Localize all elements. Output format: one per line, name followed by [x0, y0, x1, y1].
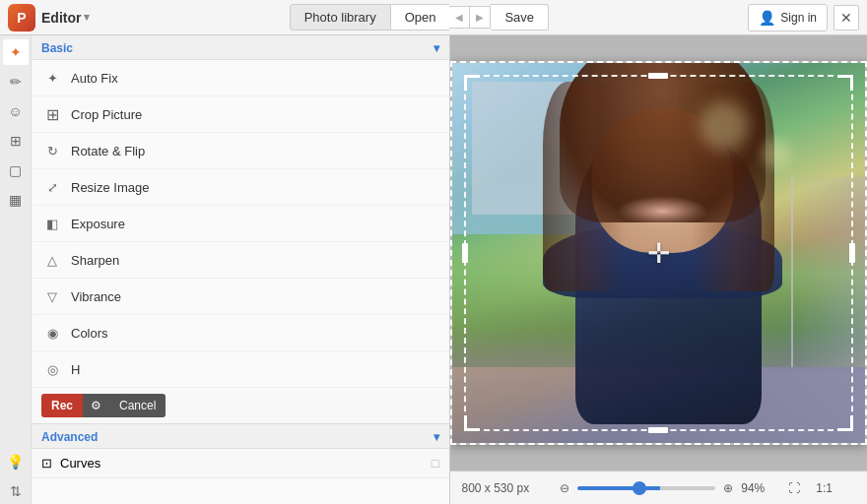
menu-item-colors[interactable]: ◉ Colors: [32, 315, 449, 351]
app-logo: P: [8, 4, 35, 32]
zoom-slider[interactable]: [577, 486, 715, 490]
menu-item-resize[interactable]: ⤢ Resize Image: [32, 169, 449, 206]
rotate-label: Rotate & Flip: [71, 144, 145, 158]
curves-badge: □: [432, 456, 439, 471]
editor-title-text: Editor: [41, 10, 81, 26]
resize-label: Resize Image: [71, 180, 149, 195]
editor-dropdown-icon[interactable]: ▾: [84, 11, 90, 24]
colors-icon: ◉: [41, 322, 63, 344]
auto-fix-label: Auto Fix: [71, 71, 118, 86]
editor-title: Editor ▾: [41, 10, 90, 26]
tool-light-icon[interactable]: 💡: [3, 449, 29, 474]
save-button[interactable]: Save: [491, 4, 549, 31]
tool-retouch-icon[interactable]: ✏: [3, 69, 29, 94]
crop-label: Crop Picture: [71, 107, 142, 122]
menu-item-rotate[interactable]: ↻ Rotate & Flip: [32, 133, 449, 169]
tool-face-icon[interactable]: ☺: [3, 98, 29, 124]
photo-library-button[interactable]: Photo library: [290, 4, 391, 31]
menu-item-hsl[interactable]: ◎ H: [32, 351, 449, 388]
tool-basic-icon[interactable]: ✦: [3, 39, 29, 65]
nav-next-icon[interactable]: ▶: [470, 6, 491, 29]
main-layout: ✦ ✏ ☺ ⊞ ▢ ▦ 💡 ⇅ Basic ▾ ✦ Auto Fix ⊞ Cro…: [0, 35, 867, 504]
fit-button[interactable]: ⛶: [784, 479, 804, 497]
hsl-icon: ◎: [41, 358, 63, 380]
nav-prev-icon[interactable]: ◀: [449, 6, 470, 29]
sidebar-icon-strip: ✦ ✏ ☺ ⊞ ▢ ▦ 💡 ⇅: [0, 35, 32, 504]
crop-icon: ⊞: [41, 103, 63, 125]
canvas-container[interactable]: ✛: [450, 35, 868, 471]
header-right: 👤 Sign in ✕: [748, 4, 859, 32]
advanced-section-label: Advanced: [41, 430, 98, 444]
canvas-area: ✛ 800 x 530 px ⊖ ⊕ 94% ⛶ 1:1: [450, 35, 868, 504]
hsl-label: H: [71, 362, 80, 377]
rec-button[interactable]: Rec: [41, 394, 83, 417]
vibrance-label: Vibrance: [71, 289, 121, 304]
sidebar-menu: Basic ▾ ✦ Auto Fix ⊞ Crop Picture ↻ Rota…: [32, 35, 450, 504]
close-button[interactable]: ✕: [834, 5, 859, 31]
cancel-button[interactable]: Cancel: [109, 394, 166, 417]
rec-settings-button[interactable]: ⚙: [83, 394, 109, 417]
basic-chevron[interactable]: ▾: [434, 41, 439, 55]
curves-icon: ⊡: [41, 456, 52, 471]
zoom-in-icon[interactable]: ⊕: [723, 481, 733, 495]
tool-frame-icon[interactable]: ▢: [3, 158, 29, 183]
menu-item-vibrance[interactable]: ▽ Vibrance: [32, 279, 449, 315]
auto-fix-icon: ✦: [41, 67, 63, 89]
image-size-label: 800 x 530 px: [462, 481, 530, 495]
sign-in-label: Sign in: [780, 11, 817, 25]
tool-texture-icon[interactable]: ▦: [3, 187, 29, 213]
menu-item-exposure[interactable]: ◧ Exposure: [32, 206, 449, 242]
open-button[interactable]: Open: [391, 4, 450, 31]
header-center: Photo library Open ◀ ▶ Save: [290, 4, 549, 31]
tool-share-icon[interactable]: ⇅: [3, 478, 29, 504]
menu-item-curves[interactable]: ⊡ Curves □: [32, 449, 449, 478]
rotate-icon: ↻: [41, 140, 63, 161]
photo-frame[interactable]: ✛: [450, 61, 868, 445]
menu-item-sharpen[interactable]: △ Sharpen: [32, 242, 449, 279]
rec-bar: Rec ⚙ Cancel: [32, 388, 449, 423]
exposure-icon: ◧: [41, 213, 63, 234]
resize-icon: ⤢: [41, 176, 63, 198]
header: P Editor ▾ Photo library Open ◀ ▶ Save 👤…: [0, 0, 867, 35]
menu-item-crop[interactable]: ⊞ Crop Picture: [32, 96, 449, 133]
advanced-chevron[interactable]: ▾: [434, 430, 439, 444]
colors-label: Colors: [71, 326, 108, 341]
user-icon: 👤: [759, 10, 775, 26]
header-left: P Editor ▾: [8, 4, 90, 32]
exposure-label: Exposure: [71, 217, 125, 231]
basic-section-label: Basic: [41, 41, 73, 55]
basic-section-header: Basic ▾: [32, 35, 449, 60]
advanced-section-header: Advanced ▾: [32, 423, 449, 449]
menu-item-auto-fix[interactable]: ✦ Auto Fix: [32, 60, 449, 96]
zoom-controls: ⊖ ⊕ 94% ⛶ 1:1: [541, 479, 855, 497]
tool-layers-icon[interactable]: ⊞: [3, 128, 29, 154]
ratio-button[interactable]: 1:1: [812, 479, 836, 497]
zoom-out-icon[interactable]: ⊖: [560, 481, 569, 495]
vibrance-icon: ▽: [41, 285, 63, 307]
bottom-bar: 800 x 530 px ⊖ ⊕ 94% ⛶ 1:1: [450, 471, 868, 504]
sharpen-icon: △: [41, 249, 63, 271]
zoom-percent-label: 94%: [741, 481, 776, 495]
sharpen-label: Sharpen: [71, 253, 119, 268]
sign-in-button[interactable]: 👤 Sign in: [748, 4, 828, 32]
curves-label: Curves: [60, 456, 100, 471]
